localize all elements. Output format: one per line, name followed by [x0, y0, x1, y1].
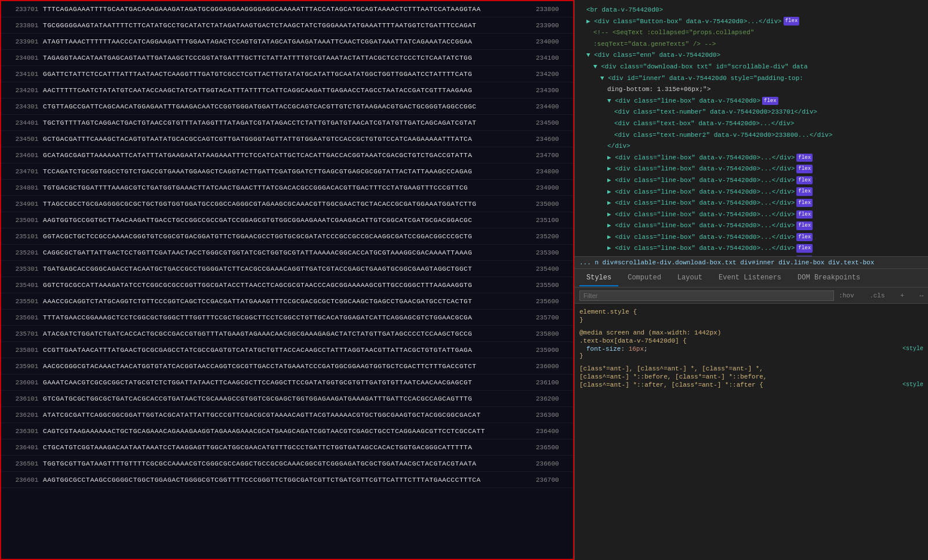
devtools-tabs[interactable]: StylesComputedLayoutEvent ListenersDOM B… — [575, 269, 928, 288]
breadcrumb[interactable]: ... n div#scrollable-div.download-box.tx… — [575, 256, 928, 269]
devtools-tab-event-listeners[interactable]: Event Listeners — [712, 270, 788, 286]
devtools-tab-styles[interactable]: Styles — [579, 270, 618, 286]
sequence-row: 234601GCATAGCGAGTTAAAAAATTCATATTTATGAAGA… — [1, 147, 573, 163]
line-number-right: 235600 — [531, 298, 571, 305]
line-number-right: 235300 — [531, 249, 571, 256]
line-number-left: 236301 — [3, 428, 43, 435]
line-number-right: 234700 — [531, 152, 571, 159]
line-number-left: 235601 — [3, 314, 43, 321]
dom-tree-line[interactable]: ▼ <div class="enn" data-v-754420d0> — [579, 50, 923, 61]
styles-panel[interactable]: element.style {} @media screen and (max-… — [575, 304, 928, 560]
line-number-left: 234001 — [3, 54, 43, 61]
sequence-row: 235401GGTCTGCGCCATTAAAGATATCCTCGGCGCGCCG… — [1, 277, 573, 293]
dom-tree-line[interactable]: <div class="text-box" data-v-754420d0>..… — [579, 118, 923, 130]
line-number-left: 234501 — [3, 136, 43, 143]
line-number-left: 235401 — [3, 282, 43, 289]
dom-tree-line[interactable]: <div class="text-number2" data-v-754420d… — [579, 130, 923, 141]
sequence-scroll-area[interactable]: 233701TTTCAGAGAAATTTTGCAATGACAAAGAAAGATA… — [1, 1, 573, 559]
sequence-row: 236101GTCGATGCGCTGGCGCTGATCACGCACCGTGATA… — [1, 391, 573, 407]
sequence-row: 235601TTTATGAACCGGAAAGCTCCTCGGCGCTGGGCTT… — [1, 310, 573, 326]
sequence-row: 235701ATACGATCTGGATCTGATCACCACTGCGCCGACC… — [1, 326, 573, 342]
dom-tree-line[interactable]: ▼ <div id="inner" data-v-754420d0 style=… — [579, 73, 923, 85]
sequence-text: AACGCGGGCGTACAAACTAACATGGTGTATCACGGTAACC… — [43, 362, 531, 370]
line-number-right: 236300 — [531, 412, 571, 419]
filter-hov[interactable]: :hov — [839, 292, 854, 299]
line-number-left: 235001 — [3, 217, 43, 224]
dom-tree-line[interactable]: ▶ <div class="line-box" data-v-754420d0>… — [579, 243, 923, 254]
dom-tree-line[interactable]: ▶ <div class="line-box" data-v-754420d0>… — [579, 175, 923, 187]
dom-tree-line[interactable]: :seqText="data.geneTexts" /> --> — [579, 39, 923, 50]
dom-tree-line[interactable]: ▼ <div class="download-box txt" id="scro… — [579, 61, 923, 73]
line-number-right: 235800 — [531, 330, 571, 337]
dom-tree-line[interactable]: ▶ <div class="line-box" data-v-754420d0>… — [579, 198, 923, 209]
filter-input[interactable] — [579, 290, 834, 301]
dom-tree-line[interactable]: ▼ <div class="line-box" data-v-754420d0>… — [579, 96, 923, 107]
sequence-text: TTTATGAACCGGAAAGCTCCTCGGCGCTGGGCTTTGGTTT… — [43, 314, 531, 321]
style-rule-ant: [class*=ant-], [class^=ant-] *, [class*=… — [579, 365, 923, 388]
dom-tree-line[interactable]: ▶ <div class="line-box" data-v-754420d0>… — [579, 187, 923, 198]
dom-tree-line[interactable]: ▶ <div class="line-box" data-v-754420d0>… — [579, 220, 923, 232]
style-selector: .text-box[data-v-754420d0] { — [579, 337, 923, 344]
dom-tree-line[interactable]: </div> — [579, 141, 923, 152]
sequence-row: 235801CCGTTGAATAACATTTATGAACTGCGCGAGCCTA… — [1, 342, 573, 358]
line-number-left: 233701 — [3, 6, 43, 13]
line-number-right: 235400 — [531, 266, 571, 272]
devtools-tab-dom-breakpoints[interactable]: DOM Breakpoints — [791, 270, 867, 286]
sequence-row: 234901TTAGCCGCCTGCGAGGGGCGCGCTGCTGGTGGTG… — [1, 196, 573, 212]
line-number-right: 235200 — [531, 233, 571, 240]
filter-cls[interactable]: .cls — [869, 292, 884, 299]
sequence-text: AAGTGGCGCCTAAGCCGGGGCTGGCTGGAGACTGGGGCGT… — [43, 476, 531, 483]
filter-arrow[interactable]: ↔ — [919, 292, 923, 299]
sequence-text: GTCGATGCGCTGGCGCTGATCACGCACCGTGATAACTCGC… — [43, 395, 531, 402]
line-number-left: 236601 — [3, 477, 43, 483]
sequence-text: CCGTTGAATAACATTTATGAACTGCGCGAGCCTATCGCCG… — [43, 346, 531, 354]
line-number-right: 233800 — [531, 6, 571, 13]
line-number-left: 234701 — [3, 168, 43, 175]
line-number-left: 235501 — [3, 298, 43, 305]
dom-tree-line[interactable]: <div class="text-number" data-v-754420d0… — [579, 107, 923, 118]
dom-tree-line[interactable]: ▶ <div class="line-box" data-v-754420d0>… — [579, 152, 923, 164]
dom-tree-line[interactable]: <br data-v-754420d0> — [579, 5, 923, 16]
dom-tree-line[interactable]: ▶ <div class="line-box" data-v-754420d0>… — [579, 163, 923, 175]
line-number-left: 236201 — [3, 412, 43, 419]
line-number-left: 234801 — [3, 184, 43, 191]
line-number-right: 234600 — [531, 136, 571, 143]
sequence-text: TGGTGCGTTGATAAGTTTTGTTTTCGCGCCAAAACGTCGG… — [43, 460, 531, 467]
dom-tree-line[interactable]: ding-bottom: 1.315e+06px;"> — [579, 84, 923, 96]
dom-tree-line[interactable]: <!-- <SeqText :collapsed="props.collapse… — [579, 27, 923, 39]
line-number-left: 235301 — [3, 266, 43, 272]
style-block: font-size: 16px; <style — [579, 346, 923, 352]
sequence-text: TGCTGTTTTAGTCAGGACTGACTGTAACCGTGTTTATAGG… — [43, 119, 531, 126]
sequence-row: 235501AAACCGCAGGTCTATGCAGGTCTGTTCCCGGTCA… — [1, 293, 573, 310]
sequence-text: TCCAGATCTGCGGTGGCCTGTCTGACCGTGAAATGGAAGC… — [43, 168, 531, 175]
sequence-text: AAACCGCAGGTCTATGCAGGTCTGTTCCCGGTCAGCTCCG… — [43, 297, 531, 305]
line-number-right: 234100 — [531, 54, 571, 61]
dom-tree-line[interactable]: ▶ <div class="line-box" data-v-754420d0>… — [579, 209, 923, 221]
sequence-row: 234801TGTGACGCTGGATTTTAAAGCGTCTGATGGTGAA… — [1, 180, 573, 196]
devtools-panel: <br data-v-754420d0>▶ <div class="Button… — [574, 0, 928, 560]
line-number-right: 234300 — [531, 87, 571, 94]
sequence-text: GGTCTGCGCCATTAAAGATATCCTCGGCGCGCCGGTTGGC… — [43, 281, 531, 289]
filter-add[interactable]: + — [900, 292, 904, 299]
line-number-left: 235201 — [3, 249, 43, 256]
line-number-right: 235900 — [531, 347, 571, 354]
dom-tree-line[interactable]: ▶ <div class="Button-box" data-v-754420d… — [579, 16, 923, 28]
sequence-row: 236501TGGTGCGTTGATAAGTTTTGTTTTCGCGCCAAAA… — [1, 456, 573, 472]
line-number-right: 236000 — [531, 363, 571, 370]
sequence-text: GGATTCTATTCTCCATTTATTTAATAACTCAAGGTTTGAT… — [43, 70, 531, 78]
devtools-tab-computed[interactable]: Computed — [621, 270, 668, 286]
line-number-right: 234200 — [531, 71, 571, 78]
devtools-tab-layout[interactable]: Layout — [670, 270, 709, 286]
sequence-row: 235001AAGTGGTGCCGGTGCTTAACAAGATTGACCTGCC… — [1, 212, 573, 228]
sequence-text: TAGAGGTAACATAATGAGCAGTAATTGATAAGCTCCCGGT… — [43, 54, 531, 61]
sequence-row: 234701TCCAGATCTGCGGTGGCCTGTCTGACCGTGAAAT… — [1, 163, 573, 180]
line-number-left: 235901 — [3, 363, 43, 370]
sequence-row: 235101GGTACGCTGCTCCGCCAAAACGGGTGTCGGCGTG… — [1, 228, 573, 245]
dom-tree-line[interactable]: ▶ <div class="line-box" data-v-754420d0>… — [579, 232, 923, 243]
filter-bar[interactable]: :hov .cls + ↔ — [575, 288, 928, 304]
sequence-text: TTTCAGAGAAATTTTGCAATGACAAAGAAAGATAGATGCG… — [43, 5, 531, 13]
dom-tree[interactable]: <br data-v-754420d0>▶ <div class="Button… — [575, 0, 928, 256]
line-number-left: 234401 — [3, 119, 43, 126]
sequence-row: 236401CTGCATGTCGGTAAAGACAATAATAAATCCTAAG… — [1, 439, 573, 456]
sequence-text: AAGTGGTGCCGGTGCTTAACAAGATTGACCTGCCGGCCGC… — [43, 216, 531, 224]
